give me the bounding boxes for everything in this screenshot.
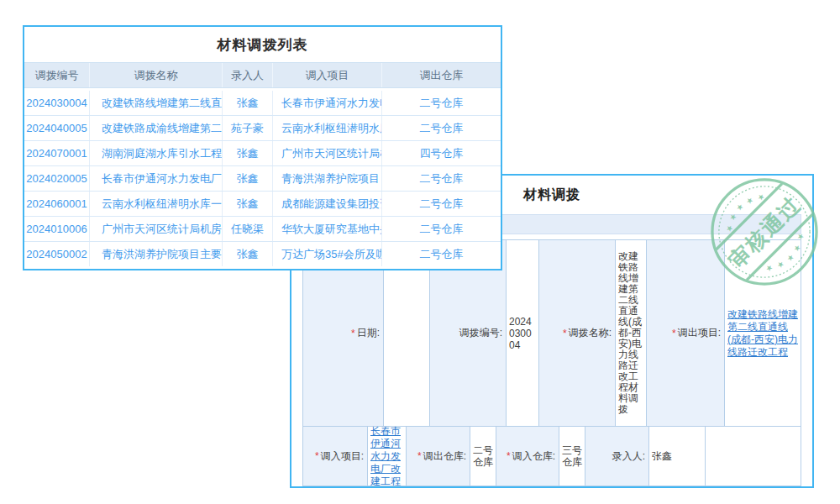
table-row[interactable]: 2024020005长春市伊通河水力发电厂改建...张鑫青海洪湖养护院项目二号仓… (24, 165, 501, 191)
cell-transfer-id[interactable]: 2024020005 (24, 166, 90, 191)
table-row[interactable]: 2024070001湖南洞庭湖水库引水工程施工...张鑫广州市天河区统计局机..… (24, 140, 501, 165)
in-project-link[interactable]: 长春市伊通河水力发电厂改建工程 (370, 427, 403, 486)
cell-out-warehouse: 二号仓库 (382, 217, 501, 241)
transfer-no-value: 2024030004 (507, 240, 539, 426)
cell-recorder: 张鑫 (223, 166, 273, 191)
in-project-link-cell: 长春市伊通河水力发电厂改建工程 (368, 427, 407, 486)
in-warehouse-label: * 调入仓库: (496, 427, 559, 486)
cell-out-warehouse: 二号仓库 (382, 91, 501, 115)
cell-transfer-id[interactable]: 2024010006 (24, 217, 90, 241)
cell-transfer-id[interactable]: 2024070001 (24, 141, 90, 165)
out-project-link[interactable]: 改建铁路线增建第二线直通线(成都-西安)电力线路迁改工程 (727, 308, 798, 359)
screen: 材料调拨 * 日期: * 调拨编号: 2024030004 * 调拨名称: (0, 0, 840, 504)
cell-out-warehouse: 四号仓库 (382, 141, 501, 165)
required-asterisk: * (315, 450, 319, 462)
transfer-name-label: * 调拨名称: (539, 240, 616, 426)
list-body: 2024030004改建铁路线增建第二线直通线...张鑫长春市伊通河水力发电..… (24, 91, 501, 266)
detail-form-table: * 日期: * 调拨编号: 2024030004 * 调拨名称: 改建铁路线增建… (302, 239, 801, 486)
cell-recorder: 张鑫 (223, 91, 273, 115)
material-transfer-list-panel: 材料调拨列表 调拨编号调拨名称录入人调入项目调出仓库 2024030004改建铁… (23, 25, 502, 270)
cell-transfer-id[interactable]: 2024060001 (24, 192, 90, 216)
column-header: 调拨编号 (24, 63, 90, 87)
cell-recorder: 任晓渠 (223, 217, 273, 241)
cell-transfer-name[interactable]: 改建铁路成渝线增建第二直通... (90, 116, 223, 140)
cell-transfer-name[interactable]: 广州市天河区统计局机房改造... (90, 217, 223, 241)
table-row[interactable]: 2024030004改建铁路线增建第二线直通线...张鑫长春市伊通河水力发电..… (24, 91, 501, 115)
cell-in-project[interactable]: 万达广场35#会所及咖啡... (273, 242, 382, 266)
required-asterisk: * (563, 328, 567, 339)
column-header: 调出仓库 (382, 63, 501, 87)
cell-out-warehouse: 二号仓库 (382, 116, 501, 140)
cell-transfer-name[interactable]: 湖南洞庭湖水库引水工程施工... (90, 141, 223, 165)
recorder-value: 张鑫 (649, 427, 706, 486)
required-asterisk: * (672, 328, 676, 339)
cell-in-project[interactable]: 青海洪湖养护院项目 (273, 166, 382, 191)
cell-transfer-name[interactable]: 云南水利枢纽潜明水库一期工... (90, 192, 223, 216)
cell-out-warehouse: 二号仓库 (382, 242, 501, 266)
column-header: 调入项目 (273, 63, 382, 87)
cell-in-project[interactable]: 长春市伊通河水力发电... (273, 91, 382, 115)
cell-in-project[interactable]: 成都能源建设集团投资... (273, 192, 382, 216)
out-project-label: * 调出项目: (647, 240, 725, 426)
cell-transfer-name[interactable]: 青海洪湖养护院项目主要材料... (90, 242, 223, 266)
cell-recorder: 张鑫 (223, 242, 273, 266)
cell-transfer-id[interactable]: 2024040005 (24, 116, 90, 140)
cell-recorder: 苑子豪 (223, 116, 273, 140)
cell-in-project[interactable]: 云南水利枢纽潜明水库... (273, 116, 382, 140)
cell-recorder: 张鑫 (223, 192, 273, 216)
cell-transfer-name[interactable]: 长春市伊通河水力发电厂改建... (90, 166, 223, 191)
cell-transfer-name[interactable]: 改建铁路线增建第二线直通线... (90, 91, 223, 115)
table-row[interactable]: 2024060001云南水利枢纽潜明水库一期工...张鑫成都能源建设集团投资..… (24, 191, 501, 216)
list-panel-title: 材料调拨列表 (24, 27, 501, 62)
cell-in-project[interactable]: 广州市天河区统计局机... (273, 141, 382, 165)
column-header: 录入人 (223, 63, 273, 87)
required-asterisk: * (417, 450, 422, 462)
cell-transfer-id[interactable]: 2024050002 (24, 242, 90, 266)
column-header: 调拨名称 (90, 63, 223, 87)
cell-out-warehouse: 二号仓库 (382, 192, 501, 216)
cell-out-warehouse: 二号仓库 (382, 166, 501, 191)
out-warehouse-label: * 调出仓库: (407, 427, 470, 486)
form-row-2: * 调入项目: 长春市伊通河水力发电厂改建工程 * 调出仓库: 二号仓库 * 调… (303, 427, 801, 486)
cell-transfer-id[interactable]: 2024030004 (24, 91, 90, 115)
transfer-name-value: 改建铁路线增建第二线直通线(成都-西安)电力线路迁改工程材料调拨 (616, 240, 647, 426)
required-asterisk: * (507, 450, 511, 462)
table-row[interactable]: 2024040005改建铁路成渝线增建第二直通...苑子豪云南水利枢纽潜明水库.… (24, 115, 501, 140)
cell-recorder: 张鑫 (223, 141, 273, 165)
cell-in-project[interactable]: 华软大厦研究基地中央... (273, 217, 382, 241)
in-warehouse-value: 三号仓库 (559, 427, 585, 486)
table-row[interactable]: 2024010006广州市天河区统计局机房改造...任晓渠华软大厦研究基地中央.… (24, 216, 501, 241)
out-project-link-cell: 改建铁路线增建第二线直通线(成都-西安)电力线路迁改工程 (725, 240, 801, 426)
in-project-label: * 调入项目: (303, 427, 368, 486)
required-asterisk: * (351, 328, 355, 339)
recorder-label: * 录入人: (585, 427, 649, 486)
list-header-row: 调拨编号调拨名称录入人调入项目调出仓库 (24, 62, 501, 88)
table-row[interactable]: 2024050002青海洪湖养护院项目主要材料...张鑫万达广场35#会所及咖啡… (24, 241, 501, 266)
empty-cell (706, 427, 801, 486)
out-warehouse-value: 二号仓库 (470, 427, 496, 486)
